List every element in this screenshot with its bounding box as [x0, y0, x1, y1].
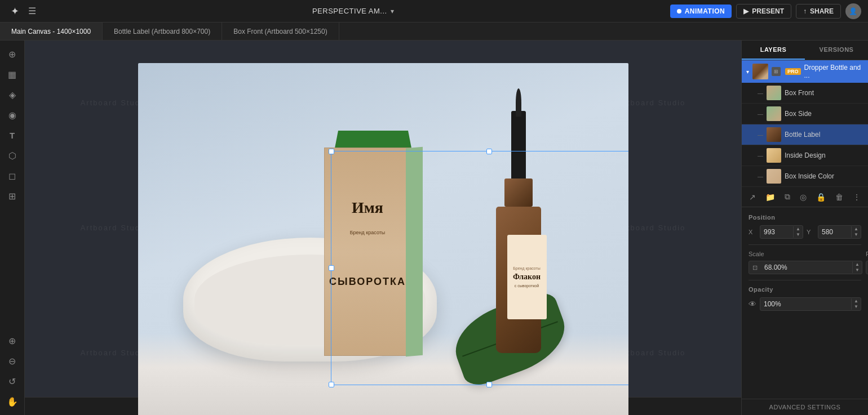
layer-tree: — Box Front — Box Side — Bottle Label — …: [742, 83, 868, 187]
layer-thumb-inside: [767, 148, 781, 163]
divider-1: [749, 244, 861, 245]
layer-item-bottle-label[interactable]: — Bottle Label: [742, 124, 868, 145]
y-step-down[interactable]: ▼: [852, 232, 861, 238]
layer-item-box-front[interactable]: — Box Front: [742, 83, 868, 104]
present-button[interactable]: ▶ PRESENT: [736, 4, 791, 19]
share-icon: ↑: [803, 7, 807, 15]
bottle-dropper: [511, 111, 526, 179]
layer-item-box-inside-color[interactable]: — Box Inside Color: [742, 166, 868, 187]
position-section-title: Position: [749, 214, 861, 221]
scale-section: Scale ⊡ ▲ ▼: [749, 251, 862, 274]
y-input-group: ▲ ▼: [818, 225, 861, 239]
toolbar-btn-circle[interactable]: ◎: [797, 191, 809, 203]
layer-name-box-side: Box Side: [785, 110, 863, 118]
layer-toolbar: ↗ 📁 ⧉ ◎ 🔒 🗑 ⋮: [742, 187, 868, 207]
project-title-area[interactable]: PERSPECTIVE AM... ▾: [312, 7, 394, 15]
tab-layers[interactable]: LAYERS: [742, 41, 805, 60]
toolbar-btn-folder[interactable]: 📁: [763, 191, 778, 203]
layer-group-thumb: [752, 64, 768, 79]
share-button[interactable]: ↑ SHARE: [796, 4, 841, 19]
opacity-step-up[interactable]: ▲: [852, 298, 861, 304]
handle-tm[interactable]: [486, 149, 492, 154]
canvas-tab-main[interactable]: Main Canvas - 1400×1000: [0, 23, 103, 40]
sidebar-icon-reset[interactable]: ↺: [3, 372, 21, 390]
advanced-settings-button[interactable]: ADVANCED SETTINGS: [742, 399, 868, 415]
dropper-bottle: Бренд красоты Флакон с сывороткой: [488, 156, 550, 353]
sidebar-icon-effects[interactable]: ⊞: [3, 187, 21, 205]
properties-panel: Position X ▲ ▼ Y ▲ ▼: [742, 207, 868, 399]
present-icon: ▶: [743, 7, 749, 15]
layer-item-inside-design[interactable]: — Inside Design: [742, 145, 868, 166]
layer-group-thumb-inner: [752, 64, 768, 79]
toolbar-btn-delete[interactable]: 🗑: [832, 191, 846, 203]
y-input[interactable]: [818, 226, 851, 238]
sidebar-icon-grid[interactable]: ▦: [3, 65, 21, 83]
layer-group-grid-icon: ⊞: [772, 67, 781, 76]
x-step-down[interactable]: ▼: [794, 232, 803, 238]
menu-icon[interactable]: ☰: [28, 6, 36, 16]
layer-bullet-2: —: [758, 111, 763, 117]
sidebar-icon-text[interactable]: T: [3, 126, 21, 144]
layer-name-box-front: Box Front: [785, 89, 863, 97]
scale-stepper: ▲ ▼: [852, 262, 862, 273]
x-step-up[interactable]: ▲: [794, 226, 803, 232]
x-input[interactable]: [760, 226, 793, 238]
y-stepper: ▲ ▼: [851, 226, 861, 238]
eye-icon[interactable]: 👁: [749, 300, 756, 309]
scale-title: Scale: [749, 251, 862, 257]
panel-tabs: LAYERS VERSIONS: [742, 41, 868, 60]
project-chevron-icon: ▾: [391, 7, 394, 15]
y-step-up[interactable]: ▲: [852, 226, 861, 232]
topbar-actions: ANIMATION ▶ PRESENT ↑ SHARE 👤: [670, 3, 861, 19]
mockup-frame: Имя Бренд красоты СЫВОРОТКА Бре: [138, 63, 628, 415]
sidebar-icon-hand[interactable]: ✋: [3, 392, 21, 410]
canvas-tab-label[interactable]: Bottle Label (Artboard 800×700): [103, 23, 222, 40]
opacity-section-title: Opacity: [749, 286, 861, 293]
layer-group-header[interactable]: ▾ ⊞ PRO Dropper Bottle and ...: [742, 60, 868, 83]
sidebar-icon-shape[interactable]: ⬡: [3, 146, 21, 164]
sidebar-icon-zoom-in[interactable]: ⊕: [3, 332, 21, 350]
box-text-brand: Бренд красоты: [350, 230, 386, 235]
opacity-row: 👁 ▲ ▼: [749, 297, 861, 311]
avatar[interactable]: 👤: [845, 3, 861, 19]
scale-input-group: ⊡ ▲ ▼: [749, 261, 862, 274]
sidebar-icon-cursor[interactable]: ◻: [3, 167, 21, 185]
scale-input[interactable]: [761, 261, 852, 274]
canvas-tab-boxfront[interactable]: Box Front (Artboard 500×1250): [222, 23, 339, 40]
toolbar-btn-link[interactable]: ↗: [746, 191, 759, 203]
sidebar-icon-layers[interactable]: ◈: [3, 86, 21, 104]
opacity-input[interactable]: [760, 298, 851, 310]
x-stepper: ▲ ▼: [793, 226, 803, 238]
animation-button[interactable]: ANIMATION: [670, 5, 732, 18]
rotate-input-group: ↻ ▲ ▼: [866, 261, 868, 274]
opacity-step-down[interactable]: ▼: [852, 304, 861, 310]
toolbar-btn-duplicate[interactable]: ⧉: [782, 190, 793, 203]
toolbar-btn-lock[interactable]: 🔒: [813, 191, 829, 203]
sidebar-icon-add[interactable]: ⊕: [3, 45, 21, 63]
layer-thumb-bottle-label: [767, 127, 781, 142]
sidebar-icon-photo[interactable]: ◉: [3, 106, 21, 124]
tab-versions[interactable]: VERSIONS: [805, 41, 868, 60]
project-title: PERSPECTIVE AM...: [312, 7, 387, 15]
box-face-front: Имя Бренд красоты СЫВОРОТКА: [324, 148, 411, 356]
divider-2: [749, 280, 861, 280]
layer-item-box-side[interactable]: — Box Side: [742, 104, 868, 124]
logo-icon: ✦: [7, 3, 23, 19]
main-layout: ⊕ ▦ ◈ ◉ T ⬡ ◻ ⊞ ⊕ ⊖ ↺ ✋ Artboard Studio …: [0, 41, 868, 415]
bottle-dropper-tip: [516, 88, 521, 117]
scale-step-up[interactable]: ▲: [853, 262, 862, 267]
canvas-area[interactable]: Artboard Studio Artboard Studio Artboard…: [25, 41, 741, 415]
right-panel: LAYERS VERSIONS ▾ ⊞ PRO Dropper Bottle a…: [741, 41, 868, 415]
layer-group-label: Dropper Bottle and ...: [804, 64, 863, 79]
layer-group-chevron-icon: ▾: [746, 69, 749, 75]
topbar: ✦ ☰ PERSPECTIVE AM... ▾ ANIMATION ▶ PRES…: [0, 0, 868, 23]
layer-bullet-5: —: [758, 173, 763, 180]
toolbar-btn-more[interactable]: ⋮: [850, 191, 863, 203]
position-row: X ▲ ▼ Y ▲ ▼: [749, 225, 861, 239]
rotate-section: Rotate ↻ ▲ ▼: [866, 251, 868, 274]
scale-step-down[interactable]: ▼: [853, 267, 862, 273]
canvas-tabs: Main Canvas - 1400×1000 Bottle Label (Ar…: [0, 23, 868, 41]
sidebar-icon-zoom-out[interactable]: ⊖: [3, 352, 21, 370]
layer-bullet-4: —: [758, 153, 763, 159]
layer-thumb-box-side: [767, 106, 781, 121]
